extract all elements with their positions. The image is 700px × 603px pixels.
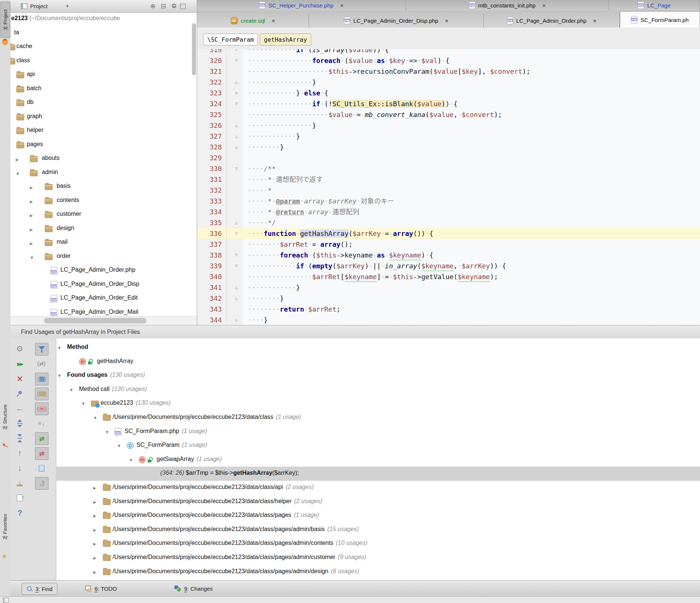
close-icon[interactable]: × [445, 18, 448, 24]
expand-all-icon[interactable] [13, 417, 26, 429]
tree-item-contents[interactable]: contents [10, 194, 197, 208]
close-icon[interactable] [13, 373, 26, 385]
chevron-right-icon[interactable] [93, 485, 98, 490]
tree-item-batch[interactable]: batch [10, 82, 197, 97]
recursive-callers-icon[interactable] [35, 432, 48, 445]
close-icon[interactable]: × [272, 18, 275, 24]
tree-item-graph[interactable]: graph [10, 110, 197, 124]
chevron-down-icon[interactable] [81, 401, 86, 406]
code-editor[interactable]: 319▽if(is_array($value)){320▽foreach($va… [197, 49, 700, 325]
editor-tab-lc-page-admin-order-disp-php[interactable]: LC_Page_Admin_Order_Disp.php× [309, 13, 484, 28]
chevron-right-icon[interactable] [93, 513, 98, 518]
chevron-right-icon[interactable] [93, 555, 98, 560]
chevron-right-icon[interactable] [30, 240, 35, 246]
usage-tree-row[interactable]: Method call(130 usages) [56, 383, 700, 397]
fold-marker-icon[interactable]: ▽ [226, 98, 246, 109]
code-line[interactable]: 322△} [197, 77, 700, 88]
tree-item-class[interactable]: class [10, 54, 197, 69]
collapse-all-icon[interactable]: ⊟ [161, 2, 166, 10]
toolwindow-tab-favorites[interactable]: 2: Favorites [0, 503, 10, 551]
usage-tree-row[interactable]: getHashArray [56, 355, 700, 369]
code-line[interactable]: 330▽/** [197, 163, 700, 174]
fold-marker-icon[interactable]: △ [226, 293, 246, 304]
usage-tree-row[interactable]: /Users/prime/Documents/proj/eccube/eccub… [56, 495, 700, 509]
fold-marker-icon[interactable]: ◇ [226, 88, 246, 98]
usage-tree-row[interactable]: eccube2123(130 usages) [56, 397, 700, 411]
editor-tab-sc-formparam-ph[interactable]: SC_FormParam.ph [620, 11, 700, 28]
fold-marker-icon[interactable]: ▽ [226, 55, 246, 66]
move-down-icon[interactable] [13, 462, 26, 474]
editor-tab-lc-page-admin-order-php[interactable]: LC_Page_Admin_Order.php× [484, 13, 620, 28]
usage-tree-row[interactable]: Found usages(130 usages) [56, 369, 700, 383]
code-line[interactable]: 319▽if(is_array($value)){ [197, 49, 700, 55]
code-line[interactable]: 321$this->recursionConvParam($value[$key… [197, 66, 700, 77]
tree-item-pages[interactable]: pages [10, 138, 197, 152]
code-line[interactable]: 334*@returnarray連想配列 [197, 206, 700, 217]
usage-tree-row[interactable]: SC_FormParam.php(1 usage) [56, 425, 700, 439]
chevron-right-icon[interactable] [30, 227, 35, 232]
fold-marker-icon[interactable]: △ [226, 77, 246, 88]
code-line[interactable]: 344△} [197, 315, 700, 325]
editor-tab-create-sql[interactable]: create.sql× [197, 13, 309, 28]
code-line[interactable]: 340$arrRet[$keyname]=$this->getValue($ke… [197, 271, 700, 282]
autoscroll-icon[interactable] [35, 417, 48, 429]
project-tree-vscrollbar[interactable] [192, 23, 196, 75]
tree-item-lc-page-admin-order-edit[interactable]: LC_Page_Admin_Order_Edit [10, 292, 197, 306]
fold-marker-icon[interactable]: ▽ [226, 228, 246, 239]
chevron-down-icon[interactable] [129, 457, 134, 462]
move-up-icon[interactable] [13, 447, 26, 459]
fold-marker-icon[interactable]: △ [226, 315, 246, 325]
tree-item-db[interactable]: db [10, 96, 197, 110]
tree-item-design[interactable]: design [10, 222, 197, 236]
preview-icon[interactable] [35, 462, 48, 474]
chevron-down-icon[interactable] [105, 429, 110, 434]
fold-marker-icon[interactable]: ▽ [226, 261, 246, 271]
editor-tab-mtb-constants-init-php[interactable]: mtb_constants_init.php× [406, 0, 609, 10]
tree-item-lc-page-admin-order-php[interactable]: LC_Page_Admin_Order.php [10, 264, 197, 278]
breadcrumb-item[interactable]: getHashArray [260, 34, 311, 45]
code-line[interactable]: 327△} [197, 131, 700, 142]
usage-tree-row[interactable]: /Users/prime/Documents/proj/eccube/eccub… [56, 481, 700, 495]
open-in-editor-icon[interactable] [13, 492, 26, 504]
editor-tab-lc-page[interactable]: LC_Page [609, 0, 700, 10]
tree-item-mail[interactable]: mail [10, 236, 197, 250]
toolwindow-toggle-icon[interactable] [3, 598, 9, 603]
chevron-down-icon[interactable] [57, 345, 63, 350]
chevron-down-icon[interactable] [57, 373, 63, 378]
code-line[interactable]: 323◇}else{ [197, 88, 700, 98]
code-line[interactable]: 333*@paramarray$arrKey対象のキー [197, 196, 700, 206]
toolwindow-button-changes[interactable]: 9: Changes [170, 583, 217, 594]
toolwindow-button-todo[interactable]: 6: TODO [81, 583, 121, 594]
chevron-right-icon[interactable] [30, 184, 35, 190]
group-by-directory-icon[interactable]: () [35, 388, 48, 400]
code-line[interactable]: 341△} [197, 282, 700, 293]
usage-tree-row[interactable]: getSwapArray(1 usage) [56, 453, 700, 467]
chevron-down-icon[interactable] [117, 443, 122, 448]
export-icon[interactable] [13, 477, 26, 489]
hscrollbar-thumb[interactable] [44, 318, 146, 323]
back-icon[interactable] [13, 402, 26, 414]
rerun-icon[interactable] [13, 358, 26, 370]
tree-item-api[interactable]: api [10, 68, 197, 82]
tree-item-helper[interactable]: helper [10, 124, 197, 138]
project-tree-root[interactable]: e2123 (~/Documents/proj/eccube/eccube [10, 12, 197, 26]
chevron-down-icon[interactable] [69, 387, 75, 392]
usage-tree-row[interactable]: Method [56, 341, 700, 355]
chevron-right-icon[interactable] [93, 527, 98, 532]
toolwindow-button-find[interactable]: 3: Find [22, 583, 57, 595]
editor-tab-sc-helper-purchase-php[interactable]: SC_Helper_Purchase.php× [197, 0, 406, 10]
locate-icon[interactable]: ⊕ [150, 2, 155, 10]
code-line[interactable]: 329 [197, 152, 700, 163]
code-line[interactable]: 324▽if(!SC_Utils_Ex::isBlank($value)){ [197, 98, 700, 109]
usage-tree-row[interactable]: /Users/prime/Documents/proj/eccube/eccub… [56, 565, 700, 579]
tree-item-abouts[interactable]: abouts [10, 152, 197, 166]
close-icon[interactable]: × [542, 2, 546, 9]
code-line[interactable]: 336▽functiongetHashArray($arrKey=array()… [197, 228, 700, 239]
chevron-right-icon[interactable] [93, 569, 98, 574]
tree-item-customer[interactable]: customer [10, 208, 197, 222]
collapse-all-icon[interactable] [13, 432, 26, 444]
chevron-down-icon[interactable]: ▼ [66, 4, 69, 8]
code-line[interactable]: 342△} [197, 293, 700, 304]
code-line[interactable]: 320▽foreach($valueas$key=>$val){ [197, 55, 700, 66]
tree-item-admin[interactable]: admin [10, 166, 197, 180]
